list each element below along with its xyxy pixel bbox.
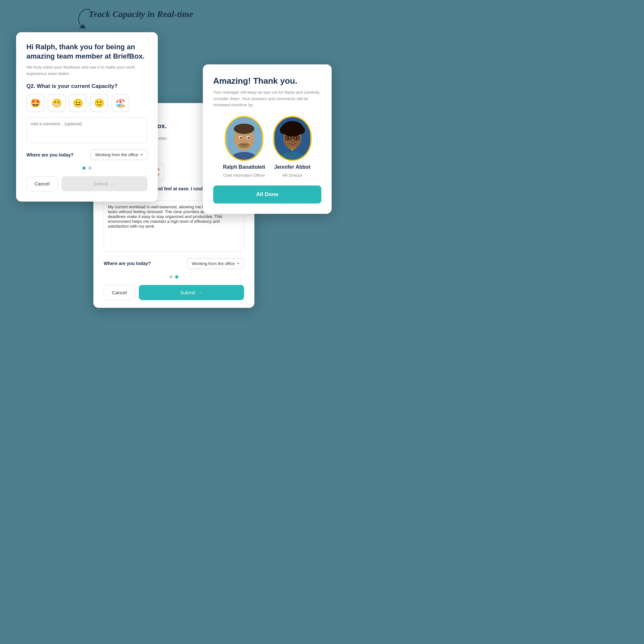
location-dropdown-2[interactable]: Working from the office ▾ [187, 258, 244, 269]
avatar-1 [225, 116, 263, 161]
dot-1 [82, 166, 86, 170]
avatar-2 [273, 116, 312, 161]
card1-subtitle: We truly value your feedback and use it … [26, 64, 147, 77]
all-done-button[interactable]: All Done [213, 185, 321, 204]
dot-2-2 [175, 275, 178, 279]
card1-greeting: Hi Ralph, thank you for being an amazing… [26, 43, 147, 61]
emoji-btn-5[interactable]: 🏖️ [111, 94, 129, 112]
svg-point-26 [291, 141, 293, 142]
header-decoration [70, 6, 96, 33]
emoji-btn-3[interactable]: 😐 [69, 94, 87, 112]
emoji-btn-4[interactable]: 🙂 [90, 94, 108, 112]
thankyou-title: Amazing! Thank you. [213, 76, 321, 86]
reviewer-1-title: Chief Information Officer [223, 173, 265, 178]
dot-2-1 [169, 275, 173, 279]
location-row-2: Where are you today? Working from the of… [104, 258, 244, 269]
emoji-btn-2[interactable]: 😬 [48, 94, 66, 112]
page-title: Track Capacity in Real-time [89, 9, 193, 19]
location-dropdown[interactable]: Working from the office ▾ [90, 149, 147, 160]
submit-label-2: Submit [180, 290, 195, 295]
survey-card-page1: Hi Ralph, thank you for being an amazing… [16, 32, 158, 202]
arrow-icon: → [111, 181, 116, 186]
thankyou-text: Your manager will keep an eye out for th… [213, 89, 321, 108]
chevron-down-icon: ▾ [141, 153, 143, 157]
svg-point-24 [287, 137, 289, 139]
cancel-button-2[interactable]: Cancel [104, 285, 135, 300]
reviewer-1-name: Ralph Banattoleti [223, 164, 265, 170]
reviewers-row: Ralph Banattoleti Chief Information Offi… [213, 116, 321, 178]
location-value: Working from the office [95, 152, 138, 157]
emoji-row: 🤩 😬 😐 🙂 🏖️ [26, 94, 147, 112]
location-label-2: Where are you today? [104, 261, 151, 266]
svg-point-25 [296, 137, 298, 139]
arrow-icon-2: → [198, 290, 203, 295]
submit-button-2[interactable]: Submit → [139, 285, 244, 300]
reviewer-2-name: Jennifer Abbot [274, 164, 310, 170]
button-row-2: Cancel Submit → [104, 285, 244, 300]
reviewer-2: Jennifer Abbot HR Director [273, 116, 312, 178]
submit-label: Submit [93, 181, 109, 186]
thankyou-card: Amazing! Thank you. Your manager will ke… [203, 64, 332, 214]
reviewer-2-title: HR Director [282, 173, 302, 178]
location-value-2: Working from the office [192, 261, 235, 266]
svg-point-27 [291, 149, 293, 151]
svg-point-9 [243, 140, 245, 142]
svg-point-7 [240, 137, 241, 139]
svg-point-4 [234, 124, 254, 134]
card1-question: Q2. What is your current Capacity? [26, 83, 147, 90]
location-row: Where are you today? Working from the of… [26, 149, 147, 160]
cancel-button[interactable]: Cancel [26, 176, 58, 191]
location-label: Where are you today? [26, 152, 73, 157]
svg-point-20 [289, 122, 296, 129]
pagination-dots-2 [104, 275, 244, 279]
reviewer-1: Ralph Banattoleti Chief Information Offi… [223, 116, 265, 178]
emoji-btn-1[interactable]: 🤩 [26, 94, 44, 112]
button-row: Cancel Submit → [26, 176, 147, 191]
dot-2 [88, 166, 91, 170]
chevron-down-icon-2: ▾ [237, 261, 239, 266]
submit-button[interactable]: Submit → [62, 176, 147, 191]
comment-input[interactable] [26, 117, 147, 143]
svg-point-10 [238, 143, 250, 148]
pagination-dots [26, 166, 147, 170]
svg-point-8 [248, 137, 249, 139]
